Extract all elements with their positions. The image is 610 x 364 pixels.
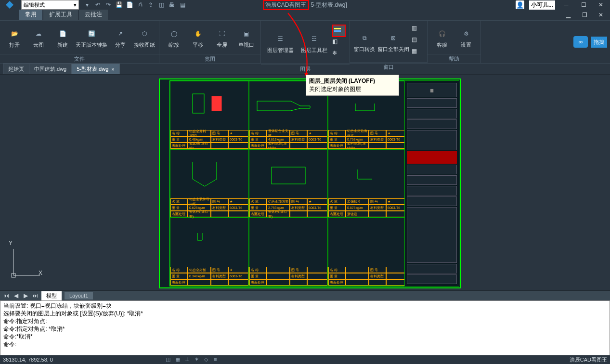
polar-toggle[interactable]: ✶ xyxy=(195,356,201,363)
new-file-icon: 📄 xyxy=(56,27,69,40)
chevron-down-icon: ▾ xyxy=(74,2,77,8)
plot-icon[interactable]: ⎙ xyxy=(137,1,143,8)
pan-button[interactable]: ✋平移 xyxy=(186,27,209,48)
user-avatar-icon[interactable]: 👤 xyxy=(516,0,524,9)
mdi-close[interactable]: ✕ xyxy=(595,11,607,19)
share-button[interactable]: ↗分享 xyxy=(109,27,132,48)
receive-button[interactable]: ⬡接收图纸 xyxy=(133,27,156,48)
zoom-button[interactable]: ◯缩放 xyxy=(162,27,185,48)
fullscreen-icon: ⛶ xyxy=(215,27,229,40)
tile-v-button[interactable]: ▦ xyxy=(412,48,423,58)
settings-button[interactable]: ⚙设置 xyxy=(454,27,478,48)
mode-value: 编辑模式 xyxy=(24,1,45,9)
saveas-icon[interactable]: 📄 xyxy=(126,1,133,8)
open-button[interactable]: 📂打开 xyxy=(3,27,26,48)
app-name-highlight: 浩辰CAD看图王 xyxy=(263,0,309,10)
cmd-line: 命令:指定对角点: xyxy=(3,317,607,325)
ortho-toggle[interactable]: ⊥ xyxy=(185,356,192,363)
cell-r2c1: 名 称铝合金装饰导扣坯图 号★ 重 量0.628kg/m材料类型6053-T6 … xyxy=(170,149,249,218)
layout-last-icon[interactable]: ⏭ xyxy=(32,292,39,299)
minimize-button[interactable]: ─ xyxy=(560,0,572,9)
ribbon-group-file: 📂打开 ☁云图 📄新建 🔄天正版本转换 ↗分享 ⬡接收图纸 文件 xyxy=(0,21,159,63)
undo-icon[interactable]: ↶ xyxy=(94,1,101,8)
snap-toggle[interactable]: ◫ xyxy=(166,356,172,363)
cell-r2c3: 名 称装饰扣片图 号★ 重 量0.878kg/m材料类型6063-T6 表面处理… xyxy=(328,149,407,218)
redo-icon[interactable]: ↷ xyxy=(105,1,112,8)
cell-r2c2: 名 称铝合金加强管图 号★ 重 量2.753kg/m材料类型6063-T6 表面… xyxy=(249,149,328,218)
doc-name: 5-型材表.dwg] xyxy=(311,1,347,9)
svg-rect-2 xyxy=(334,30,341,32)
tab-extend[interactable]: 扩展工具 xyxy=(43,9,78,20)
drawing-canvas[interactable]: 图层_图层关闭 (LAYOFF) 关闭选定对象的图层 名 称铝合金开料1002图… xyxy=(0,75,610,290)
layout-bar: ⏮ ◀ ▶ ⏭ 模型 Layout1 xyxy=(0,290,610,300)
cmd-line: 选择要关闭的图层上的对象或 [设置(S)/放弃(U)]: *取消* xyxy=(3,310,607,317)
tooltip-title: 图层_图层关闭 (LAYOFF) xyxy=(309,78,375,84)
mdi-minimize[interactable]: ▁ xyxy=(562,11,574,19)
tooltip-layoff: 图层_图层关闭 (LAYOFF) 关闭选定对象的图层 xyxy=(306,75,399,96)
fullscreen-button[interactable]: ⛶全屏 xyxy=(210,27,234,48)
layer-off-button[interactable] xyxy=(332,25,346,37)
cloud-button[interactable]: ☁云图 xyxy=(27,27,50,48)
qat-dropdown-icon[interactable]: ▾ xyxy=(84,1,91,8)
layout-first-icon[interactable]: ⏮ xyxy=(3,292,10,299)
group-label-file: 文件 xyxy=(0,54,159,63)
convert-button[interactable]: 🔄天正版本转换 xyxy=(75,27,108,48)
tab-common[interactable]: 常用 xyxy=(19,9,42,20)
new-button[interactable]: 📄新建 xyxy=(51,27,74,48)
single-viewport-button[interactable]: ▣单视口 xyxy=(234,27,258,48)
layer-tool-icon: ☲ xyxy=(307,32,321,46)
command-window[interactable]: 当前设置: 视口=视口冻结，块嵌套级别=块 选择要关闭的图层上的对象或 [设置(… xyxy=(0,300,610,355)
title-block: ▆ xyxy=(404,80,459,286)
window-switch-button[interactable]: ⧉窗口转换 xyxy=(353,31,376,52)
doctab-start[interactable]: 起始页 xyxy=(3,64,29,74)
status-bar: 36130.14, 7892.58, 0 ◫ ▦ ⊥ ✶ ◇ ≡ 浩辰CAD看图… xyxy=(0,355,610,364)
maximize-button[interactable]: ☐ xyxy=(577,0,590,9)
ribbon-group-window: ⧉窗口转换 ⊠窗口全部关闭 ▥ ▤ ▦ 窗口 xyxy=(350,21,428,63)
user-name[interactable]: 小可儿... xyxy=(529,0,555,10)
layout-tab-model[interactable]: 模型 xyxy=(41,291,62,300)
batch-icon[interactable]: ▤ xyxy=(179,1,186,8)
drag-tab[interactable]: 拖拽 xyxy=(591,37,607,48)
layer-freeze-button[interactable]: ❄ xyxy=(332,50,344,60)
ribbon: 📂打开 ☁云图 📄新建 🔄天正版本转换 ↗分享 ⬡接收图纸 文件 ◯缩放 ✋平移… xyxy=(0,20,610,64)
window-small-buttons: ▥ ▤ ▦ xyxy=(411,23,424,60)
service-button[interactable]: 🎧客服 xyxy=(430,27,454,48)
close-button[interactable]: ✕ xyxy=(595,0,607,9)
close-all-icon: ⊠ xyxy=(387,31,400,45)
tooltip-body: 关闭选定对象的图层 xyxy=(309,86,361,92)
layer-manager-button[interactable]: ☰图层管理器 xyxy=(264,32,297,53)
grid-toggle[interactable]: ▦ xyxy=(175,356,182,363)
doctab-china[interactable]: 中国建筑.dwg xyxy=(29,64,72,74)
osnap-toggle[interactable]: ◇ xyxy=(204,356,211,363)
layout-tab-1[interactable]: Layout1 xyxy=(65,292,93,299)
mode-combo[interactable]: 编辑模式 ▾ xyxy=(21,0,79,10)
close-tab-icon[interactable]: × xyxy=(111,66,114,72)
export-icon[interactable]: ⇪ xyxy=(147,1,154,8)
share-icon: ↗ xyxy=(114,27,127,40)
cloud-sync-button[interactable]: ∞ xyxy=(573,36,588,48)
tile-h-button[interactable]: ▤ xyxy=(412,36,423,47)
lwt-toggle[interactable]: ≡ xyxy=(214,356,221,363)
cascade-button[interactable]: ▥ xyxy=(412,25,423,35)
window-closeall-button[interactable]: ⊠窗口全部关闭 xyxy=(377,31,410,52)
layout-next-icon[interactable]: ▶ xyxy=(22,292,29,299)
cell-r3c2: 名 称图 号 重 量材料类型 表面处理 xyxy=(249,218,328,286)
svg-rect-4 xyxy=(193,94,204,113)
group-label-window: 窗口 xyxy=(350,62,427,71)
group-label-help: 帮助 xyxy=(428,54,480,63)
layer-isolate-button[interactable]: ◧ xyxy=(332,38,344,49)
save-icon[interactable]: 💾 xyxy=(116,1,122,8)
pan-icon: ✋ xyxy=(191,27,205,40)
title-bar: 编辑模式 ▾ ▾ ↶ ↷ 💾 📄 ⎙ ⇪ ◫ 🖶 ▤ 浩辰CAD看图王 5-型材… xyxy=(0,0,610,10)
group-label-layer: 图层 xyxy=(261,64,350,73)
layout-prev-icon[interactable]: ◀ xyxy=(13,292,19,299)
print-icon[interactable]: 🖶 xyxy=(169,1,175,8)
layer-toolbar-button[interactable]: ☲图层工具栏 xyxy=(298,32,330,53)
preview-icon[interactable]: ◫ xyxy=(158,1,165,8)
coords-readout: 36130.14, 7892.58, 0 xyxy=(3,357,53,363)
doctab-profile[interactable]: 5-型材表.dwg× xyxy=(71,64,119,74)
tab-cloud-annot[interactable]: 云批注 xyxy=(79,9,108,20)
svg-rect-5 xyxy=(212,96,221,111)
ribbon-group-layer: ☰图层管理器 ☲图层工具栏 ◧ ❄ 图层 xyxy=(261,21,350,63)
mdi-restore[interactable]: ❐ xyxy=(578,11,591,19)
